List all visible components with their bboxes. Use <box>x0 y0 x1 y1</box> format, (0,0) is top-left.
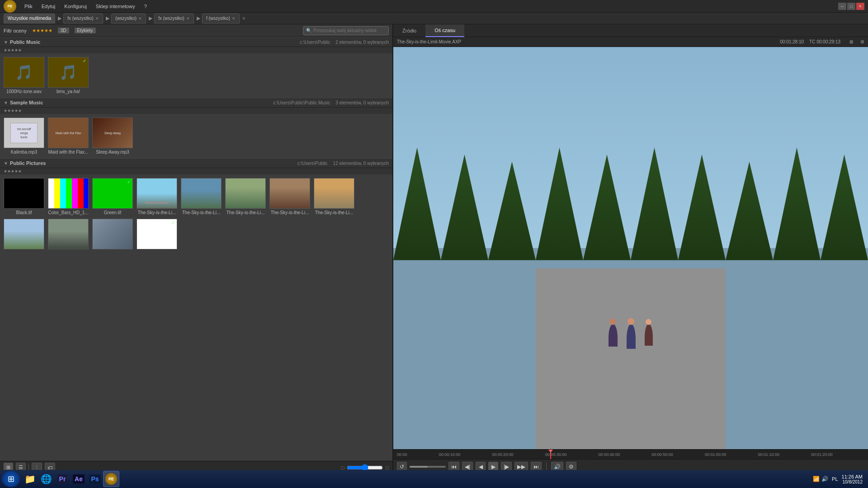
list-item[interactable]: The-Sky-is-the-Li... <box>225 178 266 215</box>
taskbar-right: 📶 🔊 PL 11:26 AM 10/8/2012 <box>809 474 866 484</box>
taskbar: ⊞ 📁 🌐 Pr Ae Ps PE 📶 🔊 PL 11:26 AM 10/8/2… <box>0 470 868 488</box>
list-item[interactable]: The-Sky-is-the-Li... <box>314 178 354 215</box>
label-sky5: The-Sky-is-the-Li... <box>315 210 353 215</box>
nav-tab-f1-close[interactable]: ✕ <box>232 16 236 21</box>
section-header-sample-music[interactable]: ▼ Sample Music c:\Users\Public\Public Mu… <box>0 98 392 108</box>
taskbar-premiere-elements[interactable]: PE <box>103 471 119 487</box>
nav-tab-fx1[interactable]: fx (wszystko) ✕ <box>63 14 103 23</box>
taskbar-photoshop[interactable]: Ps <box>87 471 103 487</box>
taskbar-chrome[interactable]: 🌐 <box>38 471 54 487</box>
section-triangle-public-music: ▼ <box>4 40 8 45</box>
start-button[interactable]: ⊞ <box>2 471 20 487</box>
filter-stars[interactable]: ★★★★★ <box>32 28 52 33</box>
list-item[interactable]: Maid with the Flax Maid with the Flax... <box>48 117 89 155</box>
list-item[interactable]: ✓ <box>137 219 177 251</box>
nav-tab-fx2[interactable]: fx (wszystko) ✕ <box>154 14 194 23</box>
add-tab-button[interactable]: + <box>242 15 245 22</box>
list-item[interactable]: The-Sky-is-the-Li... <box>269 178 310 215</box>
nav-arrow-1: ▶ <box>56 15 63 21</box>
list-item[interactable] <box>4 219 44 251</box>
taskbar-premiere[interactable]: Pr <box>54 471 71 487</box>
media-grid-sample-music: mr.scruffninjatune Kalimba.mp3 Maid with… <box>0 114 392 158</box>
ruler-marks: 00:00 00:00:10:00 00:00:20:00 00:00:30:0… <box>397 452 864 457</box>
network-icon: 📶 <box>813 476 820 482</box>
file-info: The-Sky-is-the-Limit-Movie.AXP 00:01:28:… <box>393 37 868 47</box>
list-item[interactable]: The-Sky-is-the-Li... <box>137 178 177 215</box>
list-item[interactable]: ✓ Green.tif <box>92 178 133 215</box>
nav-tab-all2-close[interactable]: ✕ <box>138 16 142 21</box>
close-button[interactable]: ✕ <box>856 3 864 10</box>
nav-tab-f1[interactable]: f (wszystko) ✕ <box>202 14 240 23</box>
clock: 11:26 AM 10/8/2012 <box>842 474 863 484</box>
menu-config[interactable]: Konfiguruj <box>60 0 91 13</box>
section-header-public-music[interactable]: ▼ Public Music c:\Users\Public 2 element… <box>0 37 392 47</box>
expand-icon[interactable]: ⊞ <box>849 39 853 44</box>
nav-tab-all-media[interactable]: Wszystkie multimedia <box>4 14 55 23</box>
timecode-in: 00:01:28:10 <box>780 39 804 44</box>
filter-3d[interactable]: 3D <box>58 28 69 33</box>
list-item[interactable] <box>92 219 133 251</box>
playhead-triangle <box>548 450 553 453</box>
section-path-public-music: c:\Users\Public <box>300 40 330 45</box>
premiere-icon: Pr <box>57 474 68 483</box>
section-stars-sample-music: ★★★★★ <box>0 108 392 114</box>
cyclist-2 <box>627 324 636 349</box>
label-sleep: Sleep Away.mp3 <box>96 150 129 155</box>
nav-tabs: Wszystkie multimedia ▶ fx (wszystko) ✕ ▶… <box>0 13 868 24</box>
tab-timeline[interactable]: Oś czasu <box>425 24 464 37</box>
minimize-button[interactable]: ─ <box>838 3 846 10</box>
maximize-button[interactable]: □ <box>847 3 855 10</box>
label-sky3: The-Sky-is-the-Li... <box>226 210 264 215</box>
nav-tab-f1-label: f (wszystko) <box>206 16 230 21</box>
right-panel: Źródło Oś czasu The-Sky-is-the-Limit-Mov… <box>393 24 868 474</box>
list-item[interactable]: Black.tif <box>4 178 44 215</box>
ruler-mark-30: 00:00:30:00 <box>545 452 567 457</box>
label-sky2: The-Sky-is-the-Li... <box>182 210 220 215</box>
section-header-public-pictures[interactable]: ▼ Public Pictures c:\Users\Public 12 ele… <box>0 158 392 168</box>
nav-tab-fx2-close[interactable]: ✕ <box>186 16 190 21</box>
speaker-icon[interactable]: 🔊 <box>821 476 828 482</box>
menu-edit[interactable]: Edytuj <box>37 0 60 13</box>
menu-file[interactable]: Plik <box>20 0 37 13</box>
list-item[interactable]: The-Sky-is-the-Li... <box>181 178 222 215</box>
list-item[interactable] <box>48 219 89 251</box>
tab-source[interactable]: Źródło <box>393 24 425 37</box>
label-1000hz: 1000Hz-tone.wav <box>6 89 42 94</box>
window-controls: ─ □ ✕ <box>838 3 864 10</box>
list-item[interactable]: Sleep Away Sleep Away.mp3 <box>92 117 133 155</box>
left-panel: Filtr oceny ★★★★★ 3D Etykiety 🔍 ▼ Public… <box>0 24 393 474</box>
label-maid: Maid with the Flax... <box>48 150 89 155</box>
ruler-mark-80: 00:01:20:00 <box>811 452 833 457</box>
list-item[interactable]: 🎵 1000Hz-tone.wav <box>4 57 44 94</box>
file-name: The-Sky-is-the-Limit-Movie.AXP <box>397 39 461 44</box>
thumb-1000hz: 🎵 <box>4 57 44 88</box>
filter-etykiety[interactable]: Etykiety <box>75 28 96 33</box>
timeline-ruler-right: 00:00 00:00:10:00 00:00:20:00 00:00:30:0… <box>393 449 868 459</box>
thumb-sky7 <box>48 219 89 249</box>
thumb-bmx: 🎵 ✓ <box>48 57 89 88</box>
search-input[interactable] <box>313 28 386 33</box>
menu-shop[interactable]: Sklep internetowy <box>91 0 140 13</box>
settings-icon[interactable]: ⚙ <box>860 39 864 44</box>
progress-bar[interactable] <box>410 466 446 468</box>
app-logo: PE <box>4 0 16 13</box>
ruler-mark-10: 00:00:10:00 <box>439 452 461 457</box>
system-tray: 📶 🔊 <box>813 476 828 482</box>
thumb-sky1 <box>137 178 177 209</box>
nav-tab-fx1-close[interactable]: ✕ <box>95 16 99 21</box>
list-item[interactable]: 🎵 ✓ bmx_ya-ha! <box>48 57 89 94</box>
list-item[interactable]: mr.scruffninjatune Kalimba.mp3 <box>4 117 44 155</box>
progress-fill <box>410 466 428 468</box>
nav-tab-fx1-label: fx (wszystko) <box>67 16 94 21</box>
taskbar-file-explorer[interactable]: 📁 <box>22 471 38 487</box>
taskbar-after-effects[interactable]: Ae <box>71 471 87 487</box>
nav-tab-fx2-label: fx (wszystko) <box>158 16 184 21</box>
nav-arrow-2: ▶ <box>104 15 111 21</box>
nav-tab-all2[interactable]: (wszystko) ✕ <box>111 14 146 23</box>
menu-help[interactable]: ? <box>140 0 151 13</box>
clock-time: 11:26 AM <box>842 474 863 479</box>
chrome-icon: 🌐 <box>41 474 52 484</box>
list-item[interactable]: Color_Bars_HD_1... <box>48 178 89 215</box>
check-mark: ✓ <box>83 58 86 63</box>
section-triangle-public-pictures: ▼ <box>4 161 8 166</box>
